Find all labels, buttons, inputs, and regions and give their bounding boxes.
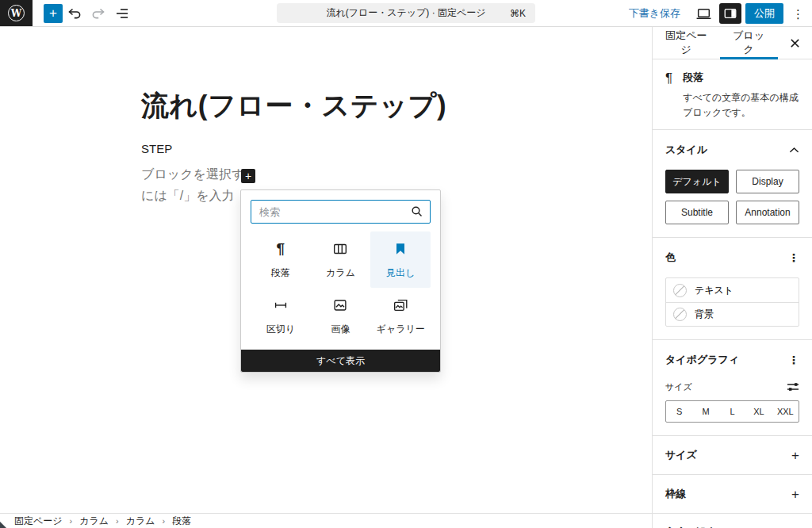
block-tile-columns[interactable]: カラム <box>311 231 371 288</box>
empty-block-placeholder[interactable]: ブロックを選択す には「/」を入力 <box>141 163 244 206</box>
editor-canvas[interactable]: 流れ(フロー・ステップ) STEP ブロックを選択す には「/」を入力 + ¶ … <box>0 27 652 513</box>
border-panel-title: 枠線 <box>665 487 686 501</box>
dimensions-add-button[interactable]: + <box>791 449 799 462</box>
border-panel: 枠線 + <box>653 475 812 514</box>
color-panel: 色 ⋮ テキスト 背景 <box>653 238 812 340</box>
block-tile-gallery[interactable]: ギャラリー <box>370 288 431 344</box>
browse-all-button[interactable]: すべて表示 <box>241 350 440 372</box>
plus-icon: + <box>791 488 799 501</box>
list-view-button[interactable] <box>110 0 134 26</box>
settings-sidebar-toggle-button[interactable] <box>719 3 741 24</box>
tab-block[interactable]: ブロック <box>720 27 778 59</box>
image-icon <box>331 297 349 314</box>
style-subtitle-button[interactable]: Subtitle <box>665 201 729 224</box>
gallery-icon <box>392 297 409 314</box>
columns-icon <box>331 240 349 258</box>
styles-panel-title: スタイル <box>665 143 707 157</box>
block-search-input[interactable] <box>251 200 431 224</box>
separator-icon <box>272 297 289 314</box>
inserter-search <box>251 200 431 224</box>
style-variations: デフォルト Display Subtitle Annotation <box>665 170 799 224</box>
styles-collapse-button[interactable] <box>789 147 799 154</box>
border-add-button[interactable]: + <box>791 488 799 501</box>
dimensions-panel-title: サイズ <box>665 448 697 462</box>
font-size-label: サイズ <box>665 381 692 393</box>
typography-panel-title: タイポグラフィ <box>665 353 739 367</box>
undo-button[interactable] <box>63 0 86 26</box>
font-size-m-button[interactable]: M <box>692 401 718 422</box>
block-tile-label: 画像 <box>331 323 350 336</box>
block-tile-label: カラム <box>326 266 355 280</box>
font-size-xl-button[interactable]: XL <box>745 401 772 422</box>
publish-button[interactable]: 公開 <box>745 3 783 24</box>
block-type-grid: ¶ 段落 カラム 見出し 区切り <box>251 231 431 344</box>
save-draft-button[interactable]: 下書き保存 <box>622 6 688 21</box>
chevron-up-icon <box>789 147 799 154</box>
kebab-icon: ⋮ <box>788 354 799 366</box>
breadcrumb-current-paragraph: 段落 <box>172 515 191 528</box>
preview-button[interactable] <box>691 1 715 27</box>
breadcrumb-separator: › <box>116 516 119 526</box>
style-annotation-button[interactable]: Annotation <box>736 201 799 224</box>
top-toolbar: W + 流れ(フロー・ステップ) · 固定ページ ⌘K 下書き保存 <box>0 0 812 27</box>
block-tile-label: 見出し <box>386 266 415 280</box>
block-breadcrumb-bar: 固定ページ › カラム › カラム › 段落 <box>0 513 652 528</box>
breadcrumb-separator: › <box>163 516 166 526</box>
wordpress-logo[interactable]: W <box>0 0 33 26</box>
heading-bookmark-icon <box>393 240 408 258</box>
wordpress-w-icon: W <box>8 5 25 21</box>
document-overview-button[interactable]: 流れ(フロー・ステップ) · 固定ページ ⌘K <box>277 3 535 23</box>
breadcrumb-page[interactable]: 固定ページ <box>14 515 63 528</box>
block-tile-image[interactable]: 画像 <box>311 288 371 344</box>
block-tile-heading[interactable]: 見出し <box>370 231 431 288</box>
text-color-label: テキスト <box>695 284 733 297</box>
color-settings-list: テキスト 背景 <box>665 277 799 327</box>
typography-options-button[interactable]: ⋮ <box>788 354 799 366</box>
block-tile-paragraph[interactable]: ¶ 段落 <box>251 231 311 288</box>
breadcrumb-separator: › <box>70 516 73 526</box>
font-size-l-button[interactable]: L <box>719 401 745 422</box>
page-title[interactable]: 流れ(フロー・ステップ) <box>141 87 446 124</box>
no-color-swatch-icon <box>673 284 687 297</box>
laptop-icon <box>695 6 712 22</box>
close-sidebar-button[interactable] <box>778 27 812 59</box>
step-paragraph[interactable]: STEP <box>141 142 172 155</box>
font-size-xxl-button[interactable]: XXL <box>772 401 799 422</box>
plus-icon: + <box>245 170 251 182</box>
font-size-s-button[interactable]: S <box>666 401 692 422</box>
block-card-title: 段落 <box>683 71 799 85</box>
tab-page[interactable]: 固定ページ <box>653 27 720 59</box>
no-color-swatch-icon <box>673 308 687 321</box>
kebab-icon: ⋮ <box>788 251 799 264</box>
style-display-button[interactable]: Display <box>736 170 799 193</box>
breadcrumb-columns-2[interactable]: カラム <box>126 515 155 528</box>
sidebar-tabs: 固定ページ ブロック <box>653 27 812 59</box>
plus-icon: + <box>791 449 799 462</box>
corner-resize-mark <box>0 522 6 528</box>
command-k-shortcut: ⌘K <box>510 8 526 19</box>
redo-button[interactable] <box>86 0 110 26</box>
kebab-icon: ⋮ <box>792 7 804 21</box>
background-color-row[interactable]: 背景 <box>666 302 799 326</box>
paragraph-icon: ¶ <box>665 71 672 120</box>
inline-inserter-button[interactable]: + <box>241 169 255 183</box>
document-title-label: 流れ(フロー・ステップ) · 固定ページ <box>326 6 485 20</box>
paragraph-icon: ¶ <box>277 240 285 258</box>
redo-icon <box>90 6 106 21</box>
color-options-button[interactable]: ⋮ <box>788 251 799 264</box>
font-size-segmented-control: S M L XL XXL <box>665 400 799 423</box>
sidebar-panel-icon <box>723 6 737 21</box>
placeholder-line-1: ブロックを選択す <box>141 167 244 181</box>
font-size-settings-button[interactable] <box>787 381 799 392</box>
block-tile-separator[interactable]: 区切り <box>251 288 311 344</box>
color-panel-title: 色 <box>665 251 676 265</box>
block-tile-label: ギャラリー <box>377 323 425 336</box>
add-block-button[interactable]: + <box>44 4 63 23</box>
block-tile-label: 区切り <box>266 323 295 336</box>
text-color-row[interactable]: テキスト <box>666 278 799 302</box>
options-menu-button[interactable]: ⋮ <box>787 8 809 20</box>
settings-sidebar: 固定ページ ブロック ¶ 段落 すべての文章の基本の構成ブロックです。 スタイル… <box>652 27 812 528</box>
plus-icon: + <box>49 6 57 20</box>
breadcrumb-columns-1[interactable]: カラム <box>79 515 109 528</box>
style-default-button[interactable]: デフォルト <box>665 170 729 193</box>
